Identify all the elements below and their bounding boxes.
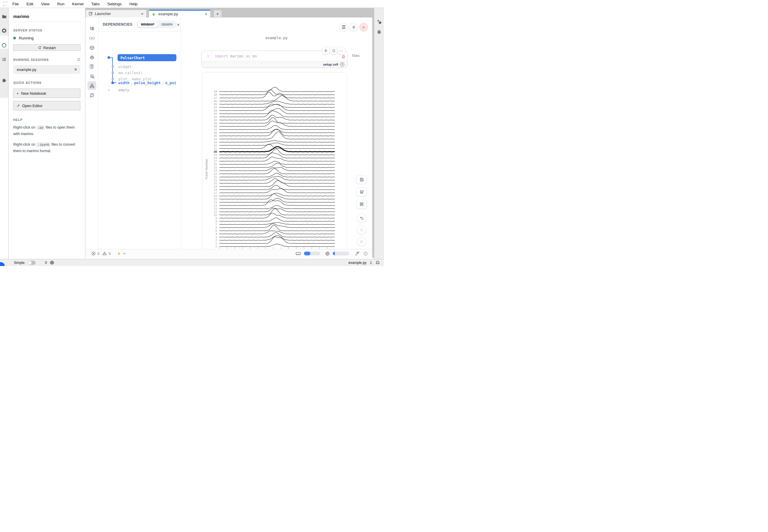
stop-icon (360, 228, 363, 232)
close-dependencies-icon[interactable]: × (177, 22, 179, 27)
running-status-dot (13, 37, 16, 39)
corner-notification-badge[interactable] (0, 262, 5, 266)
table-of-contents-icon[interactable] (0, 55, 8, 64)
running-sessions-icon[interactable] (0, 26, 8, 35)
notification-count[interactable]: 1 (370, 261, 372, 265)
file-tree-icon[interactable] (87, 24, 96, 33)
tree-item-width-pulse-height[interactable]: width,pulse_height,n_poi (118, 81, 176, 85)
cpu-usage-meter (333, 252, 349, 255)
copilot-icon[interactable] (363, 251, 368, 256)
cell-footer: setup cell ? (202, 61, 347, 67)
run-cell-button[interactable] (322, 46, 330, 55)
notebook-menu-button[interactable] (340, 23, 348, 31)
debugger-bug-icon[interactable] (376, 29, 382, 35)
notebook-area: × example.py 1 import marimo as mo setup… (181, 17, 372, 249)
warnings-icon[interactable] (102, 251, 107, 256)
running-sessions-heading: RUNNING SESSIONS (13, 58, 49, 61)
save-button[interactable] (356, 175, 367, 184)
server-status-value: Running (19, 36, 34, 40)
logs-icon[interactable] (87, 62, 96, 71)
tree-item-widget[interactable]: widget (118, 64, 132, 69)
undo-icon (360, 216, 364, 220)
connection-bolt-icon[interactable] (117, 251, 121, 256)
marimo-leaf-icon (152, 12, 156, 16)
help-icon[interactable] (87, 91, 96, 99)
menu-run[interactable]: Run (57, 2, 64, 6)
tree-item-empty[interactable]: empty (118, 88, 129, 92)
active-file-label[interactable]: example.py (348, 261, 366, 265)
cell-more-options-button[interactable]: ⋯ (337, 46, 345, 55)
warning-count: 0 (109, 252, 110, 255)
variables-icon[interactable]: (x) (87, 34, 96, 43)
close-launcher-tab-icon[interactable]: × (141, 11, 143, 16)
interrupt-button[interactable] (357, 225, 366, 235)
open-editor-button[interactable]: ↗ Open Editor (13, 101, 80, 110)
menubar: File Edit View Run Kernel Tabs Settings … (0, 0, 384, 8)
refresh-sessions-icon[interactable] (77, 58, 80, 61)
file-browser-icon[interactable] (0, 12, 8, 21)
tab-launcher-label: Launcher (95, 11, 111, 16)
tab-example-py[interactable]: example.py × (149, 10, 210, 17)
dependencies-graph-icon[interactable] (87, 81, 96, 90)
close-session-icon[interactable]: × (74, 67, 77, 72)
tab-launcher[interactable]: Launcher × (85, 10, 147, 17)
stop-icon (332, 49, 335, 52)
notebook-shutdown-button[interactable]: × (360, 23, 368, 31)
menu-help[interactable]: Help (129, 2, 137, 6)
close-icon: × (363, 25, 365, 30)
minimap-tab[interactable]: MINIMAP (137, 21, 158, 27)
activity-bar (0, 8, 9, 259)
errors-icon[interactable] (91, 251, 96, 256)
bell-icon[interactable] (375, 260, 380, 265)
graph-tab[interactable]: GRAPH (158, 21, 176, 27)
menu-edit[interactable]: Edit (26, 2, 33, 6)
close-example-py-tab-icon[interactable]: × (205, 12, 207, 16)
dependencies-title: DEPENDENCIES (103, 22, 132, 26)
play-icon (324, 49, 328, 52)
stop-cell-button[interactable] (330, 46, 338, 55)
scratchpad-search-icon[interactable] (87, 72, 96, 81)
dependency-tree: PulsarChart widget mo.callout( plot,make… (99, 32, 180, 249)
open-editor-label: Open Editor (22, 104, 42, 108)
menu-kernel[interactable]: Kernel (72, 2, 84, 6)
extension-manager-icon[interactable] (0, 76, 8, 84)
menu-tabs[interactable]: Tabs (91, 2, 100, 6)
ipynb-extension-chip: .ipynb (36, 142, 51, 147)
new-notebook-button[interactable]: + New Notebook (13, 89, 80, 98)
run-all-button[interactable] (357, 237, 366, 246)
layout-button[interactable] (356, 187, 367, 196)
session-item[interactable]: example.py × (13, 65, 80, 74)
marimo-extension-icon[interactable] (0, 41, 8, 50)
menu-file[interactable]: File (12, 2, 19, 6)
ai-assistant-icon[interactable] (87, 53, 96, 62)
tree-item-pulsarchart[interactable]: PulsarChart (117, 54, 176, 61)
new-tab-button[interactable]: + (214, 10, 222, 17)
simple-mode-label: Simple (14, 261, 25, 265)
packages-icon[interactable] (87, 43, 96, 52)
cpu-icon (325, 251, 330, 256)
view-mode-toggle: MINIMAP GRAPH (136, 21, 177, 28)
help-text-py: Right-click on .py files to open them wi… (13, 124, 80, 137)
server-status-heading: SERVER STATUS (13, 29, 80, 32)
notebook-settings-button[interactable] (350, 23, 358, 31)
dependencies-panel: DEPENDENCIES MINIMAP GRAPH × PulsarChart… (99, 17, 181, 249)
property-inspector-gears-icon[interactable] (376, 19, 382, 25)
tree-node-dot (111, 82, 114, 84)
setup-help-icon[interactable]: ? (340, 62, 344, 67)
delete-cell-icon[interactable] (341, 54, 346, 59)
ai-sparkle-icon[interactable] (355, 251, 360, 256)
code-line: import marimo as mo (212, 54, 257, 58)
status-cpu-icon[interactable] (50, 260, 54, 265)
tree-node-dot (112, 78, 114, 80)
menu-view[interactable]: View (41, 2, 49, 6)
restart-button[interactable]: Restart (13, 44, 80, 51)
tree-item-mo-callout[interactable]: mo.callout( (118, 71, 143, 75)
undo-button[interactable] (357, 213, 366, 223)
tree-node-dot (108, 89, 109, 91)
tab-bar: Launcher × example.py × + (85, 8, 374, 17)
chevron-down-icon[interactable] (123, 252, 126, 255)
command-palette-button[interactable]: ⌘ (356, 200, 367, 209)
simple-mode-toggle[interactable] (28, 261, 36, 265)
kernel-counter: 0 (45, 261, 47, 265)
menu-settings[interactable]: Settings (107, 2, 122, 6)
